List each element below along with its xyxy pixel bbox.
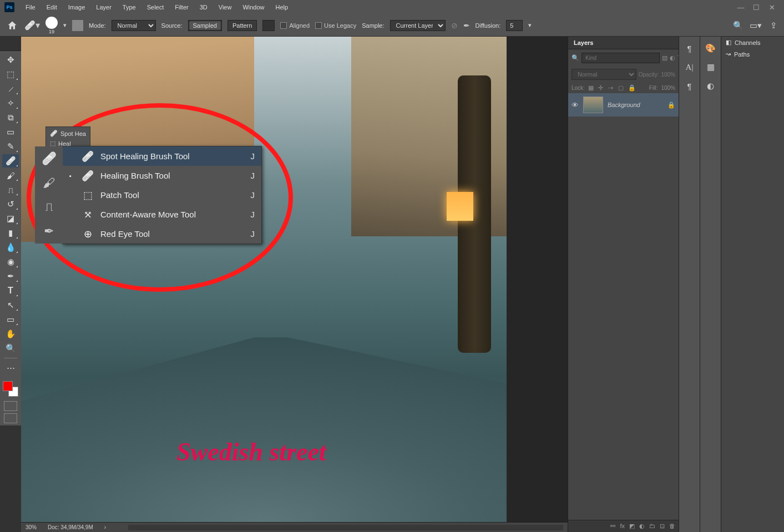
- menu-window[interactable]: Window: [238, 3, 269, 12]
- eraser-tool[interactable]: ◪: [2, 212, 19, 225]
- search-icon[interactable]: 🔍: [733, 21, 743, 31]
- glyphs-icon[interactable]: A|: [684, 61, 696, 73]
- brush-preview[interactable]: 19: [45, 17, 58, 34]
- menu-select[interactable]: Select: [143, 3, 169, 12]
- frame-tool[interactable]: ▭: [2, 125, 19, 139]
- delete-layer-icon[interactable]: 🗑: [669, 523, 675, 530]
- menu-file[interactable]: File: [21, 3, 40, 12]
- color-swatches[interactable]: [3, 381, 18, 397]
- chevron-down-icon[interactable]: ▾: [63, 22, 67, 29]
- menu-type[interactable]: Type: [118, 3, 140, 12]
- menu-image[interactable]: Image: [64, 3, 90, 12]
- menu-help[interactable]: Help: [271, 3, 293, 12]
- link-layers-icon[interactable]: ⚯: [610, 523, 615, 530]
- brush-tool[interactable]: 🖌: [2, 169, 19, 182]
- channels-tab[interactable]: ◧ Channels: [721, 37, 784, 48]
- menu-edit[interactable]: Edit: [42, 3, 62, 12]
- shape-tool[interactable]: ▭: [2, 313, 19, 326]
- legacy-checkbox[interactable]: Use Legacy: [315, 22, 356, 29]
- swatches-panel-icon[interactable]: ▦: [705, 61, 717, 73]
- screen-mode-toggle[interactable]: [4, 413, 17, 423]
- tablet-pressure-icon[interactable]: [72, 20, 83, 31]
- chevron-down-icon[interactable]: ▾: [528, 22, 532, 29]
- character-icon[interactable]: ¶: [684, 42, 696, 54]
- adjustments-panel-icon[interactable]: ◐: [705, 80, 717, 92]
- menu-view[interactable]: View: [214, 3, 236, 12]
- dodge-tool[interactable]: ◉: [2, 255, 19, 268]
- adjustment-layer-icon[interactable]: ◐: [639, 523, 645, 530]
- clone-stamp-tool[interactable]: ⎍: [2, 183, 19, 196]
- history-brush-tool[interactable]: ↺: [2, 197, 19, 211]
- pattern-button[interactable]: Pattern: [227, 20, 257, 31]
- group-icon[interactable]: 🗀: [649, 523, 655, 530]
- menu-filter[interactable]: Filter: [170, 3, 193, 12]
- healing-brush-tool[interactable]: 🩹: [2, 154, 19, 168]
- lock-artboard-icon[interactable]: ▢: [618, 84, 625, 91]
- chevron-right-icon[interactable]: ›: [104, 524, 106, 530]
- blur-tool[interactable]: 💧: [2, 241, 19, 254]
- canvas[interactable]: Swedish street: [21, 37, 507, 522]
- minimize-button[interactable]: —: [737, 4, 744, 11]
- close-button[interactable]: ✕: [768, 4, 775, 11]
- workspace-icon[interactable]: ▭▾: [751, 21, 761, 31]
- filter-adjust-icon[interactable]: ◐: [670, 54, 675, 62]
- mini-flyout-item[interactable]: 🩹Spot Hea: [48, 129, 88, 138]
- zoom-tool[interactable]: 🔍: [2, 342, 19, 355]
- quick-mask-toggle[interactable]: [4, 401, 17, 411]
- pressure-size-icon[interactable]: ✒: [463, 21, 470, 30]
- bandage-icon[interactable]: 🩹▾: [24, 20, 40, 31]
- new-layer-icon[interactable]: ⊡: [660, 523, 665, 530]
- pattern-swatch[interactable]: [262, 20, 275, 31]
- filter-image-icon[interactable]: ▧: [662, 54, 667, 62]
- layers-tab[interactable]: Layers: [568, 37, 679, 49]
- eyedropper-tool[interactable]: ✎: [2, 140, 19, 153]
- zoom-level[interactable]: 30%: [26, 524, 37, 530]
- gradient-tool[interactable]: ▮: [2, 226, 19, 240]
- aligned-checkbox[interactable]: Aligned: [280, 22, 310, 29]
- maximize-button[interactable]: ☐: [753, 4, 760, 11]
- flyout-spot-healing[interactable]: 🩹 Spot Healing Brush Tool J: [63, 146, 261, 166]
- hand-tool[interactable]: ✋: [2, 327, 19, 341]
- menu-layer[interactable]: Layer: [92, 3, 116, 12]
- paths-tab[interactable]: ↝ Paths: [721, 48, 784, 60]
- lock-icon[interactable]: ⇢: [608, 84, 615, 91]
- share-icon[interactable]: ⇪: [768, 21, 778, 31]
- horizontal-scrollbar[interactable]: [128, 525, 563, 530]
- foreground-color[interactable]: [3, 381, 13, 391]
- layer-style-icon[interactable]: fx: [620, 523, 625, 530]
- mode-select[interactable]: Normal: [112, 20, 156, 31]
- flyout-content-aware-move[interactable]: ⤧ Content-Aware Move Tool J: [63, 205, 261, 224]
- layer-filter-input[interactable]: [581, 53, 660, 63]
- flyout-patch[interactable]: ⬚ Patch Tool J: [63, 185, 261, 205]
- layer-name[interactable]: Background: [608, 102, 663, 108]
- flyout-red-eye[interactable]: ⊕ Red Eye Tool J: [63, 224, 261, 244]
- move-tool[interactable]: ✥: [2, 53, 19, 67]
- visibility-icon[interactable]: 👁: [571, 101, 579, 109]
- blend-mode-select[interactable]: Normal: [571, 69, 636, 80]
- lock-position-icon[interactable]: ✢: [598, 84, 605, 91]
- magic-wand-tool[interactable]: ✧: [2, 97, 19, 110]
- color-panel-icon[interactable]: 🎨: [705, 42, 717, 54]
- diffusion-input[interactable]: [506, 20, 523, 31]
- layer-mask-icon[interactable]: ◩: [629, 523, 635, 530]
- home-icon[interactable]: [6, 19, 19, 32]
- pen-tool[interactable]: ✒: [2, 270, 19, 283]
- crop-tool[interactable]: ⧉: [2, 111, 19, 124]
- sample-select[interactable]: Current Layer: [390, 20, 446, 31]
- menu-3d[interactable]: 3D: [195, 3, 212, 12]
- ignore-adjustment-icon[interactable]: ⊘: [451, 21, 458, 30]
- flyout-healing-brush[interactable]: ▪ 🩹 Healing Brush Tool J: [63, 166, 261, 185]
- path-selection-tool[interactable]: ↖: [2, 298, 19, 312]
- doc-size[interactable]: Doc: 34,9M/34,9M: [48, 524, 93, 530]
- layer-thumbnail[interactable]: [583, 97, 603, 113]
- type-tool[interactable]: T: [2, 284, 19, 297]
- sampled-button[interactable]: Sampled: [188, 20, 222, 31]
- lock-all-icon[interactable]: 🔒: [628, 84, 635, 91]
- paragraph-icon[interactable]: ¶: [684, 80, 696, 92]
- marquee-tool[interactable]: ⬚: [2, 68, 19, 81]
- layer-row[interactable]: 👁 Background 🔒: [568, 93, 679, 116]
- lasso-tool[interactable]: ⟋: [2, 82, 19, 95]
- lock-pixels-icon[interactable]: ▦: [588, 84, 595, 91]
- edit-toolbar[interactable]: ⋯: [2, 361, 19, 374]
- lock-icon[interactable]: 🔒: [667, 102, 675, 109]
